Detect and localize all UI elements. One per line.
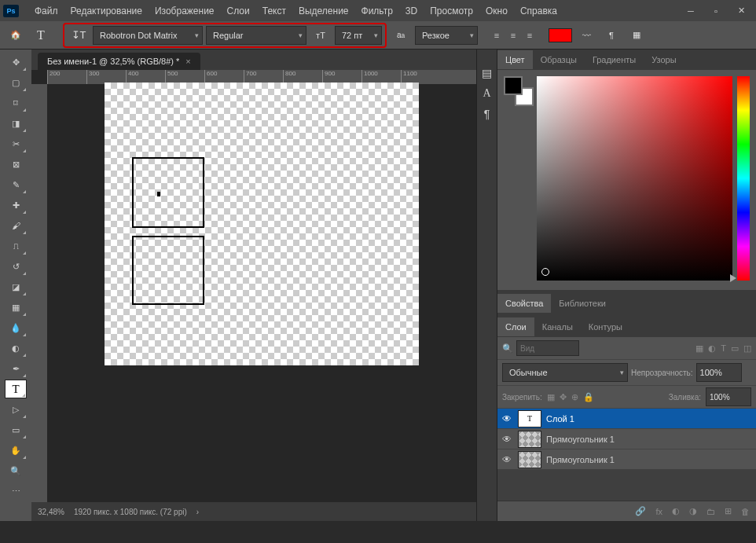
delete-layer-icon[interactable]: 🗑 bbox=[741, 507, 750, 516]
object-select-tool[interactable]: ◨ bbox=[5, 114, 27, 133]
lock-all-icon[interactable]: 🔒 bbox=[583, 392, 594, 402]
zoom-level[interactable]: 32,48% bbox=[38, 508, 64, 516]
tab-paths[interactable]: Контуры bbox=[581, 317, 630, 336]
close-button[interactable]: ✕ bbox=[729, 3, 753, 19]
crop-tool[interactable]: ✂ bbox=[5, 134, 27, 153]
menu-image[interactable]: Изображение bbox=[149, 2, 221, 20]
text-orientation-icon[interactable]: ↧T bbox=[68, 24, 90, 46]
eyedropper-tool[interactable]: ✎ bbox=[5, 175, 27, 194]
menu-filter[interactable]: Фильтр bbox=[355, 2, 399, 20]
tab-gradients[interactable]: Градиенты bbox=[585, 50, 644, 69]
brush-tool[interactable]: 🖌 bbox=[5, 216, 27, 235]
char-panel-icon[interactable]: A bbox=[483, 87, 490, 100]
lock-position-icon[interactable]: ✥ bbox=[560, 392, 567, 402]
menu-window[interactable]: Окно bbox=[479, 2, 514, 20]
opacity-input[interactable]: 100% bbox=[696, 363, 742, 382]
visibility-icon[interactable]: 👁 bbox=[501, 434, 513, 445]
canvas[interactable] bbox=[105, 83, 419, 365]
filter-shape-icon[interactable]: ▭ bbox=[731, 343, 739, 354]
menu-layers[interactable]: Слои bbox=[221, 2, 256, 20]
warp-text-button[interactable]: 〰 bbox=[575, 24, 597, 46]
maximize-button[interactable]: ▫ bbox=[704, 3, 728, 19]
align-center-button[interactable]: ≡ bbox=[505, 28, 521, 43]
stamp-tool[interactable]: ⎍ bbox=[5, 237, 27, 255]
fill-input[interactable]: 100% bbox=[706, 387, 751, 406]
paragraph-panel-icon[interactable]: ¶ bbox=[484, 108, 490, 120]
layer-row[interactable]: 👁 T Слой 1 bbox=[497, 408, 756, 428]
hand-tool[interactable]: ✋ bbox=[5, 441, 27, 460]
pen-tool[interactable]: ✒ bbox=[5, 359, 27, 378]
3d-text-button[interactable]: ▦ bbox=[626, 24, 648, 46]
zoom-tool[interactable]: 🔍 bbox=[5, 461, 27, 480]
rectangle-shape-1[interactable] bbox=[132, 157, 204, 228]
link-layers-icon[interactable]: 🔗 bbox=[635, 506, 646, 516]
history-brush-tool[interactable]: ↺ bbox=[5, 257, 27, 276]
text-color-swatch[interactable] bbox=[549, 28, 572, 42]
layer-name[interactable]: Прямоугольник 1 bbox=[546, 435, 615, 444]
rectangle-shape-2[interactable] bbox=[132, 236, 204, 305]
layer-thumbnail[interactable] bbox=[518, 451, 541, 468]
minimize-button[interactable]: ─ bbox=[679, 3, 703, 19]
lock-pixels-icon[interactable]: ▦ bbox=[547, 392, 555, 402]
marquee-tool[interactable]: ▢ bbox=[5, 73, 27, 92]
menu-text[interactable]: Текст bbox=[256, 2, 292, 20]
menu-3d[interactable]: 3D bbox=[399, 2, 424, 20]
layer-row[interactable]: 👁 Прямоугольник 1 bbox=[497, 449, 756, 469]
menu-help[interactable]: Справка bbox=[514, 2, 563, 20]
visibility-icon[interactable]: 👁 bbox=[501, 413, 513, 424]
layer-row[interactable]: 👁 Прямоугольник 1 bbox=[497, 428, 756, 449]
tab-close-icon[interactable]: × bbox=[185, 57, 190, 66]
type-tool[interactable]: T bbox=[5, 380, 27, 398]
colors-panel-icon[interactable]: ▤ bbox=[482, 67, 492, 79]
layer-thumbnail[interactable]: T bbox=[518, 410, 541, 427]
layer-group-icon[interactable]: 🗀 bbox=[706, 507, 715, 516]
move-tool[interactable]: ✥ bbox=[5, 53, 27, 72]
dodge-tool[interactable]: ◐ bbox=[5, 339, 27, 358]
tab-channels[interactable]: Каналы bbox=[534, 317, 581, 336]
search-icon[interactable]: 🔍 bbox=[502, 343, 513, 354]
frame-tool[interactable]: ⊠ bbox=[5, 155, 27, 174]
visibility-icon[interactable]: 👁 bbox=[501, 454, 513, 465]
hue-slider[interactable] bbox=[737, 76, 750, 281]
character-panel-button[interactable]: ¶ bbox=[600, 24, 622, 46]
tab-layers[interactable]: Слои bbox=[497, 317, 534, 336]
filter-smart-icon[interactable]: ◫ bbox=[743, 343, 751, 354]
new-layer-icon[interactable]: ⊞ bbox=[725, 506, 732, 516]
menu-view[interactable]: Просмотр bbox=[424, 2, 479, 20]
foreground-color-swatch[interactable] bbox=[504, 76, 523, 95]
lasso-tool[interactable]: ⌑ bbox=[5, 94, 27, 112]
tab-swatches[interactable]: Образцы bbox=[533, 50, 585, 69]
menu-edit[interactable]: Редактирование bbox=[64, 2, 149, 20]
font-family-select[interactable]: Robotron Dot Matrix bbox=[93, 26, 203, 45]
eraser-tool[interactable]: ◪ bbox=[5, 277, 27, 296]
color-field[interactable] bbox=[537, 76, 732, 281]
align-right-button[interactable]: ≡ bbox=[522, 28, 538, 43]
menu-select[interactable]: Выделение bbox=[292, 2, 355, 20]
layer-style-icon[interactable]: fx bbox=[655, 507, 662, 516]
layer-thumbnail[interactable] bbox=[518, 431, 541, 448]
layer-filter-select[interactable] bbox=[516, 340, 579, 356]
blend-mode-select[interactable]: Обычные bbox=[502, 363, 628, 382]
path-select-tool[interactable]: ▷ bbox=[5, 400, 27, 419]
tab-libraries[interactable]: Библиотеки bbox=[551, 294, 614, 313]
filter-type-icon[interactable]: T bbox=[721, 343, 726, 354]
filter-image-icon[interactable]: ▦ bbox=[695, 343, 703, 354]
shape-tool[interactable]: ▭ bbox=[5, 420, 27, 439]
layer-mask-icon[interactable]: ◐ bbox=[672, 506, 680, 516]
font-size-select[interactable]: 72 пт bbox=[335, 26, 382, 45]
document-tab[interactable]: Без имени-1 @ 32,5% (RGB/8#) * × bbox=[38, 53, 200, 70]
tools-more[interactable]: ⋯ bbox=[5, 482, 27, 501]
font-style-select[interactable]: Regular bbox=[206, 26, 306, 45]
blur-tool[interactable]: 💧 bbox=[5, 318, 27, 337]
home-button[interactable]: 🏠 bbox=[5, 24, 27, 46]
gradient-tool[interactable]: ▦ bbox=[5, 298, 27, 317]
healing-tool[interactable]: ✚ bbox=[5, 196, 27, 215]
lock-artboard-icon[interactable]: ⊕ bbox=[571, 392, 578, 402]
layer-name[interactable]: Прямоугольник 1 bbox=[546, 455, 615, 464]
menu-file[interactable]: Файл bbox=[28, 2, 64, 20]
status-chevron-icon[interactable]: › bbox=[196, 508, 199, 516]
antialias-select[interactable]: Резкое bbox=[415, 26, 478, 45]
align-left-button[interactable]: ≡ bbox=[489, 28, 505, 43]
adjustment-layer-icon[interactable]: ◑ bbox=[689, 506, 697, 516]
layer-name[interactable]: Слой 1 bbox=[546, 414, 574, 424]
